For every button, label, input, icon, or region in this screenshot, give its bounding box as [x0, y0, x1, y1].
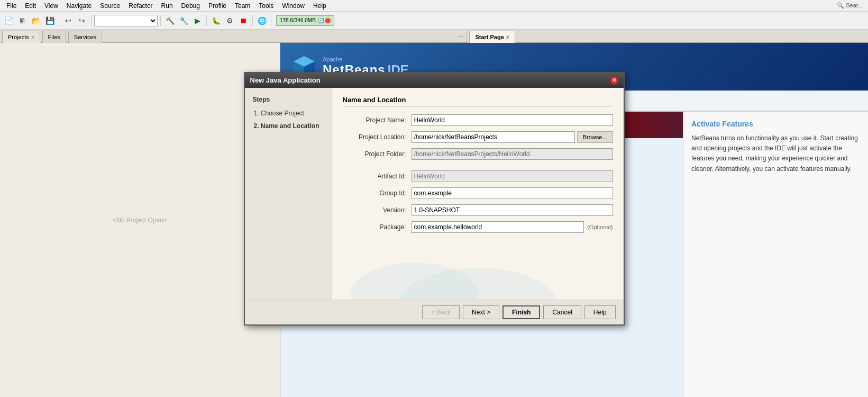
- group-id-row: Group Id:: [343, 187, 613, 199]
- dialog-footer: < Back Next > Finish Cancel Help: [245, 300, 624, 324]
- group-id-input[interactable]: [412, 187, 613, 199]
- project-location-input-group: Browse...: [412, 131, 613, 143]
- dialog-step-1: 1. Choose Project: [253, 109, 324, 118]
- package-label: Package:: [343, 223, 412, 231]
- cancel-button[interactable]: Cancel: [543, 305, 581, 319]
- finish-button[interactable]: Finish: [502, 305, 540, 319]
- project-folder-label: Project Folder:: [343, 150, 412, 158]
- dialog-step-2: 2. Name and Location: [253, 121, 324, 131]
- dialog-body: Steps 1. Choose Project 2. Name and Loca…: [245, 88, 624, 300]
- project-folder-row: Project Folder:: [343, 148, 613, 160]
- optional-label: (Optional): [587, 224, 613, 230]
- project-name-input[interactable]: [412, 114, 613, 126]
- form-spacer-1: [343, 165, 613, 170]
- dialog-titlebar: New Java Application ✕: [245, 73, 624, 88]
- package-input[interactable]: [412, 221, 584, 233]
- svg-point-5: [398, 268, 557, 300]
- dialog-section-title: Name and Location: [343, 96, 613, 106]
- version-input[interactable]: [412, 204, 613, 216]
- next-button[interactable]: Next >: [463, 305, 499, 319]
- dialog-decoration: [332, 252, 624, 300]
- project-folder-input: [412, 148, 613, 160]
- dialog-close-button[interactable]: ✕: [610, 76, 618, 85]
- svg-point-4: [351, 263, 478, 300]
- group-id-label: Group Id:: [343, 190, 412, 197]
- dialog-form: Name and Location Project Name: Project …: [332, 88, 624, 300]
- step-1-label: Choose Project: [261, 110, 304, 117]
- new-java-app-dialog: New Java Application ✕ Steps 1. Choose P…: [244, 72, 625, 326]
- project-location-row: Project Location: Browse...: [343, 131, 613, 143]
- project-location-label: Project Location:: [343, 133, 412, 141]
- artifact-id-input: [412, 170, 613, 182]
- dialog-title: New Java Application: [250, 76, 321, 84]
- back-button[interactable]: < Back: [422, 305, 460, 319]
- project-name-row: Project Name:: [343, 114, 613, 126]
- project-location-input[interactable]: [412, 131, 575, 143]
- dialog-overlay: New Java Application ✕ Steps 1. Choose P…: [0, 0, 868, 397]
- version-label: Version:: [343, 206, 412, 214]
- artifact-id-label: Artifact Id:: [343, 173, 412, 180]
- step-1-num: 1.: [254, 110, 261, 117]
- help-button[interactable]: Help: [584, 305, 616, 319]
- dialog-steps-title: Steps: [253, 96, 324, 103]
- step-2-label: Name and Location: [261, 122, 319, 130]
- version-row: Version:: [343, 204, 613, 216]
- project-name-label: Project Name:: [343, 116, 412, 124]
- dialog-steps-panel: Steps 1. Choose Project 2. Name and Loca…: [245, 88, 332, 300]
- browse-button[interactable]: Browse...: [577, 131, 613, 143]
- artifact-id-row: Artifact Id:: [343, 170, 613, 182]
- package-row: Package: (Optional): [343, 221, 613, 233]
- step-2-num: 2.: [254, 122, 261, 130]
